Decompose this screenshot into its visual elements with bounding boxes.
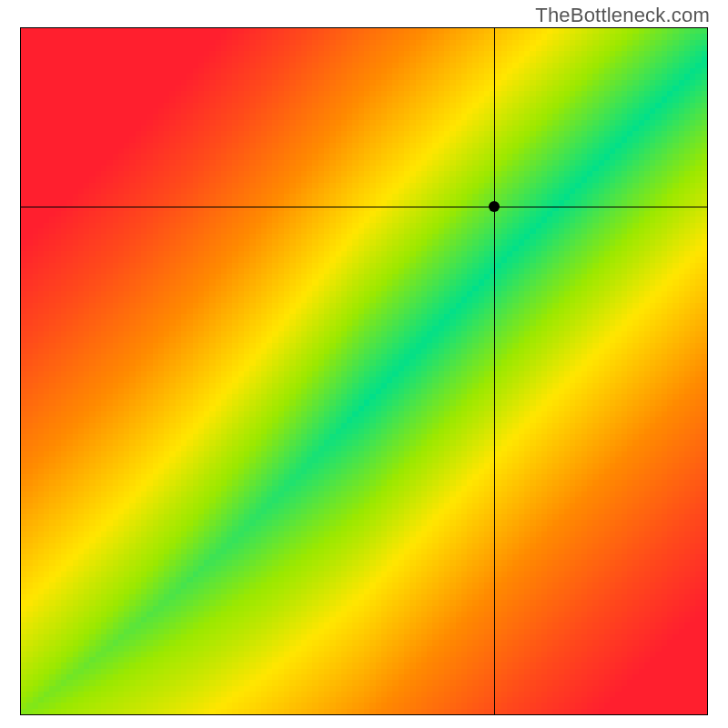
heatmap-canvas — [21, 28, 707, 714]
heatmap-plot — [20, 27, 708, 715]
marker-dot — [489, 201, 500, 212]
crosshair-horizontal — [21, 207, 707, 207]
watermark-text: TheBottleneck.com — [535, 4, 710, 27]
crosshair-vertical — [494, 28, 495, 714]
